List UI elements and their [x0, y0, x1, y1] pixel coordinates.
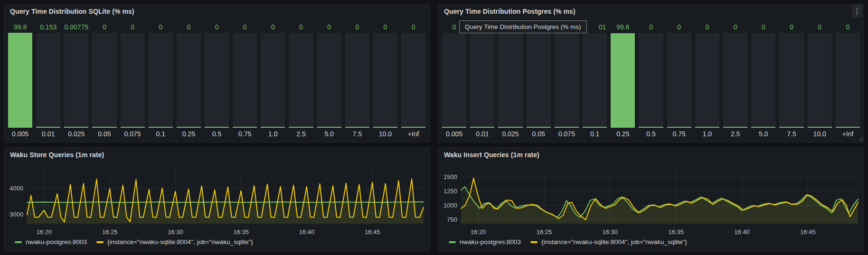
histogram-bucket: 00.05 — [92, 22, 116, 139]
bucket-bar — [92, 33, 116, 128]
bucket-bar-fill — [498, 127, 522, 128]
histogram-bucket: 0.025 — [498, 22, 522, 139]
bucket-bar — [527, 33, 551, 128]
bucket-bar — [205, 33, 229, 128]
svg-text:750: 750 — [447, 216, 457, 223]
bucket-label: 1.0 — [695, 128, 719, 139]
bucket-bar — [836, 33, 860, 128]
bucket-bar-fill — [667, 127, 691, 128]
panel-title-store[interactable]: Waku Store Queries (1m rate) — [10, 151, 104, 159]
bucket-label: 7.5 — [345, 128, 369, 139]
legend-label[interactable]: {instance="nwaku-sqlite:8004", job="nwak… — [107, 238, 253, 246]
svg-text:16:40: 16:40 — [299, 228, 315, 236]
bucket-bar-fill — [639, 127, 663, 128]
bucket-value: 0 — [121, 22, 145, 32]
histogram-bucket: 00.5 — [205, 22, 229, 139]
bucket-label: 0.1 — [583, 128, 607, 139]
bucket-label: 0.005 — [442, 128, 466, 139]
histogram-bucket: 010.0 — [373, 22, 397, 139]
svg-text:16:45: 16:45 — [365, 228, 380, 236]
histogram-bucket: 0.1530.01 — [36, 22, 60, 139]
bucket-value: 0 — [261, 22, 285, 32]
bucket-label: 2.5 — [289, 128, 313, 139]
bucket-bar — [177, 33, 201, 128]
bucket-bar-fill — [808, 127, 832, 128]
bucket-bar — [317, 33, 341, 128]
bucket-label: 0.075 — [555, 128, 579, 139]
bucket-bar-fill — [470, 127, 494, 128]
svg-text:16:45: 16:45 — [800, 228, 816, 236]
bucket-bar-fill — [261, 127, 285, 128]
bucket-bar-fill — [149, 127, 173, 128]
bucket-label: 5.0 — [751, 128, 775, 139]
bucket-value: 0 — [289, 22, 313, 32]
bucket-bar — [289, 33, 313, 128]
bucket-value: 0 — [149, 22, 173, 32]
histogram-bucket: 05.0 — [317, 22, 341, 139]
histogram-bucket: 02.5 — [289, 22, 313, 139]
bucket-bar-fill — [36, 127, 60, 128]
bucket-bar — [64, 33, 88, 128]
bucket-label: 0.005 — [8, 128, 32, 139]
bucket-value: 0 — [233, 22, 257, 32]
histogram-bucket: 0.075 — [555, 22, 579, 139]
kebab-menu-icon: ⋮ — [854, 7, 861, 16]
bucket-bar-fill — [442, 127, 466, 128]
legend-item[interactable]: nwaku-postgres:8003 — [449, 238, 521, 246]
legend-label[interactable]: nwaku-postgres:8003 — [26, 238, 87, 246]
bucket-label: 0.05 — [527, 128, 551, 139]
bucket-value: 0 — [177, 22, 201, 32]
bucket-label: 0.75 — [667, 128, 691, 139]
bucket-label: 0.25 — [611, 128, 635, 139]
bucket-bar-fill — [205, 127, 229, 128]
svg-text:16:40: 16:40 — [734, 228, 750, 236]
panel-title-sqlite[interactable]: Query Time Distribution SQLite (% ms) — [10, 8, 134, 15]
histogram-bucket: 07.5 — [779, 22, 803, 139]
histogram-bucket: 99.60.25 — [611, 22, 635, 139]
bucket-bar-fill — [92, 127, 116, 128]
histogram-bucket: 0+Inf — [836, 22, 860, 139]
bucket-label: 0.5 — [205, 128, 229, 139]
svg-text:16:30: 16:30 — [168, 228, 183, 236]
bucket-bar-fill — [779, 127, 803, 128]
bucket-bar-fill — [611, 33, 635, 128]
legend-label[interactable]: {instance="nwaku-sqlite:8004", job="nwak… — [541, 238, 687, 246]
histogram-bucket: 05.0 — [751, 22, 775, 139]
bucket-bar-fill — [289, 127, 313, 128]
panel-title-insert[interactable]: Waku Insert Queries (1m rate) — [444, 151, 539, 159]
legend-insert: nwaku-postgres:8003{instance="nwaku-sqli… — [449, 238, 687, 246]
histogram-bucket: 0.05 — [527, 22, 551, 139]
histogram-bucket: 00.075 — [121, 22, 145, 139]
bucket-bar — [723, 33, 747, 128]
panel-menu-button[interactable]: ⋮ — [852, 5, 862, 18]
histogram-bucket: 0.01 — [470, 22, 494, 139]
bucket-bar — [695, 33, 719, 128]
legend-label[interactable]: nwaku-postgres:8003 — [460, 238, 521, 246]
bucket-value: 0 — [639, 22, 663, 32]
bucket-bar-fill — [583, 127, 607, 128]
bucket-bar-fill — [233, 127, 257, 128]
bucket-bar-fill — [317, 127, 341, 128]
legend-item[interactable]: nwaku-postgres:8003 — [15, 238, 87, 246]
bar-gauge-sqlite: 99.80.0050.1530.010.007750.02500.0500.07… — [8, 22, 425, 139]
bucket-bar — [639, 33, 663, 128]
bucket-label: 0.01 — [470, 128, 494, 139]
svg-text:4000: 4000 — [9, 185, 23, 192]
legend-item[interactable]: {instance="nwaku-sqlite:8004", job="nwak… — [96, 238, 253, 246]
legend-item[interactable]: {instance="nwaku-sqlite:8004", job="nwak… — [530, 238, 687, 246]
occluded-value-fragment: 01 — [599, 22, 606, 32]
histogram-bucket: 00.75 — [667, 22, 691, 139]
panel-title-postgres[interactable]: Query Time Distribution Postgres (% ms) — [444, 8, 576, 15]
store-queries-chart: 16:2016:2516:3016:3516:4016:4530004000 — [4, 167, 430, 238]
bucket-label: 1.0 — [261, 128, 285, 139]
bucket-bar-fill — [836, 127, 860, 128]
bucket-label: 0.25 — [177, 128, 201, 139]
bucket-value: 0 — [373, 22, 397, 32]
bucket-value: 0 — [92, 22, 116, 32]
bucket-bar — [779, 33, 803, 128]
bucket-value: 0 — [667, 22, 691, 32]
bucket-value: 0 — [401, 22, 425, 32]
bucket-label: 5.0 — [317, 128, 341, 139]
svg-text:16:35: 16:35 — [233, 228, 249, 236]
svg-text:1250: 1250 — [443, 188, 457, 195]
